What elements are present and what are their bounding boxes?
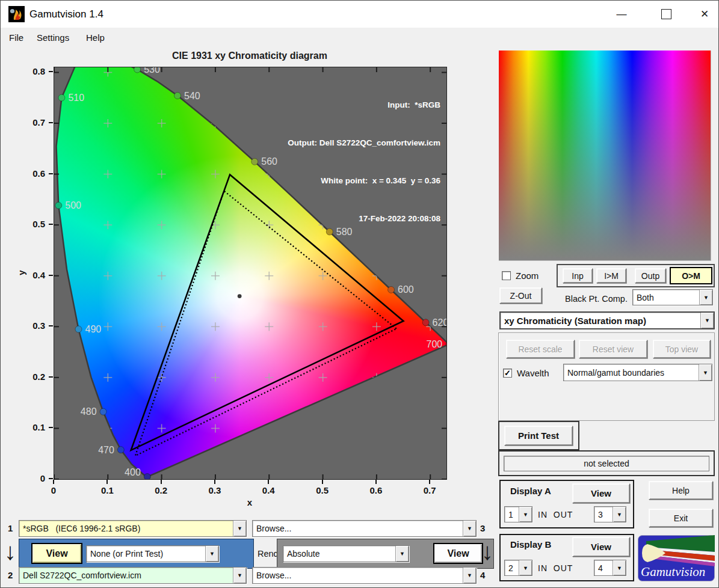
x-tick	[214, 480, 215, 484]
slot4-browse-select[interactable]: Browse...▼	[252, 567, 477, 584]
x-tick	[268, 480, 269, 484]
annotation-output: Output: Dell S2722QC_comfortview.icm	[288, 136, 440, 149]
saturation-map-image	[499, 51, 711, 261]
map-mode-select[interactable]: xy Chromaticity (Saturation map)▼	[499, 311, 715, 329]
dropdown-arrow-icon[interactable]: ▼	[519, 507, 532, 522]
display-b-out-select[interactable]: 4▼	[594, 560, 626, 576]
wavelength-dot	[58, 94, 65, 101]
dropdown-arrow-icon[interactable]: ▼	[699, 290, 712, 305]
print-test-button[interactable]: Print Test	[504, 426, 573, 446]
wavelength-label: 560	[261, 156, 277, 167]
dropdown-arrow-icon[interactable]: ▼	[205, 546, 218, 562]
inp-button[interactable]: Inp	[563, 268, 593, 283]
plot-annotations: Input: *sRGB Output: Dell S2722QC_comfor…	[288, 73, 440, 250]
dropdown-arrow-icon[interactable]: ▼	[233, 521, 246, 536]
white-point-marker	[238, 294, 242, 298]
selection-status: not selected	[504, 456, 709, 471]
intent-select[interactable]: None (or Print Test)▼	[86, 545, 219, 562]
y-axis-label: y	[16, 270, 26, 275]
dropdown-arrow-icon[interactable]: ▼	[613, 507, 626, 522]
z-out-button[interactable]: Z-Out	[499, 287, 542, 304]
black-pt-comp-select[interactable]: Both▼	[632, 289, 713, 305]
exit-button[interactable]: Exit	[649, 509, 713, 527]
maximize-button[interactable]	[652, 1, 680, 28]
display-a-in-select[interactable]: 1▼	[504, 506, 532, 522]
logo-text: Gamutvision	[641, 565, 705, 579]
wavelength-label: 700	[426, 339, 442, 349]
help-button[interactable]: Help	[649, 481, 713, 500]
y-tick	[49, 224, 53, 225]
x-tick	[429, 480, 430, 484]
o-to-m-button[interactable]: O>M	[670, 267, 712, 284]
display-a-view-button[interactable]: View	[572, 483, 630, 503]
output-profile-select[interactable]: Dell S2722QC_comfortview.icm▼	[19, 567, 247, 584]
dropdown-arrow-icon[interactable]: ▼	[700, 313, 714, 328]
black-pt-comp-label: Black Pt. Comp.	[565, 294, 628, 304]
slot4-number: 4	[480, 570, 485, 580]
dropdown-arrow-icon[interactable]: ▼	[519, 560, 532, 575]
wavelength-dot	[144, 473, 150, 479]
top-view-button[interactable]: Top view	[653, 340, 711, 358]
y-tick-label: 0.1	[17, 422, 45, 432]
x-tick-label: 0.6	[363, 485, 389, 495]
display-b-in-select[interactable]: 2▼	[504, 560, 532, 576]
wavelength-label: 540	[184, 91, 200, 101]
wavelength-label: 600	[398, 284, 414, 295]
menu-file[interactable]: File	[7, 31, 26, 44]
menu-settings[interactable]: Settings	[34, 31, 72, 44]
check-icon: ✓	[504, 369, 511, 378]
flow-arrow-right-icon: ↓	[481, 539, 493, 563]
minimize-button[interactable]: —	[608, 1, 635, 28]
wavelength-dot	[117, 447, 124, 453]
dropdown-arrow-icon[interactable]: ▼	[395, 546, 409, 562]
slot3-browse-select[interactable]: Browse...▼	[252, 520, 477, 537]
zoom-checkbox-label: Zoom	[516, 271, 538, 281]
y-tick-label: 0	[17, 473, 45, 483]
dropdown-arrow-icon[interactable]: ▼	[699, 364, 712, 381]
annotation-whitepoint: White point: x = 0.345 y = 0.36	[288, 174, 440, 187]
wavelength-label: 620	[433, 317, 446, 328]
gamutvision-logo: Gamutvision	[638, 535, 715, 581]
i-to-m-button[interactable]: I>M	[596, 268, 626, 283]
y-tick	[49, 275, 53, 276]
y-tick	[49, 122, 53, 123]
display-a-inout-label: IN OUT	[538, 510, 573, 519]
dropdown-arrow-icon[interactable]: ▼	[613, 560, 626, 575]
reset-view-button[interactable]: Reset view	[579, 340, 647, 358]
wavelength-label: 470	[98, 445, 114, 455]
display-a-out-select[interactable]: 3▼	[594, 506, 626, 522]
menu-help[interactable]: Help	[84, 31, 107, 44]
annotation-timestamp: 17-Feb-2022 20:08:08	[288, 212, 440, 225]
x-tick-label: 0.1	[94, 485, 120, 495]
slot1-number: 1	[8, 523, 13, 533]
annotation-input: Input: *sRGB	[288, 99, 440, 111]
outp-button[interactable]: Outp	[635, 268, 666, 283]
wavelength-dot	[75, 326, 82, 332]
x-tick-label: 0.5	[309, 485, 336, 495]
boundaries-select[interactable]: Normal/gamut boundaries▼	[563, 364, 712, 381]
dropdown-arrow-icon[interactable]: ▼	[463, 521, 476, 536]
wavelength-label: 400	[125, 467, 141, 477]
wavelength-dot	[174, 93, 181, 99]
dropdown-arrow-icon[interactable]: ▼	[233, 568, 246, 583]
display-b-view-button[interactable]: View	[572, 537, 630, 557]
x-tick	[53, 480, 54, 484]
y-tick	[49, 173, 53, 174]
x-tick-label: 0.4	[255, 485, 282, 495]
x-tick	[322, 480, 323, 484]
rendering-select[interactable]: Absolute▼	[283, 545, 409, 562]
dropdown-arrow-icon[interactable]: ▼	[463, 568, 476, 583]
chromaticity-plot[interactable]: 4004704804905005105205305405605806006207…	[54, 67, 447, 480]
reset-scale-button[interactable]: Reset scale	[506, 340, 575, 358]
y-tick-label: 0.2	[17, 372, 45, 382]
view-left-button[interactable]: View	[31, 543, 82, 564]
view-right-button[interactable]: View	[433, 543, 483, 564]
wavelength-dot	[100, 408, 106, 415]
wavelth-checkbox[interactable]: ✓	[503, 369, 512, 378]
zoom-checkbox[interactable]	[502, 271, 511, 280]
close-button[interactable]: ✕	[691, 1, 718, 28]
wavelength-dot	[134, 67, 141, 73]
input-profile-select[interactable]: *sRGB (IEC6 1996-2.1 sRGB)▼	[19, 520, 247, 537]
window-title: Gamutvision 1.4	[29, 8, 103, 20]
y-tick-label: 0.5	[17, 219, 45, 229]
